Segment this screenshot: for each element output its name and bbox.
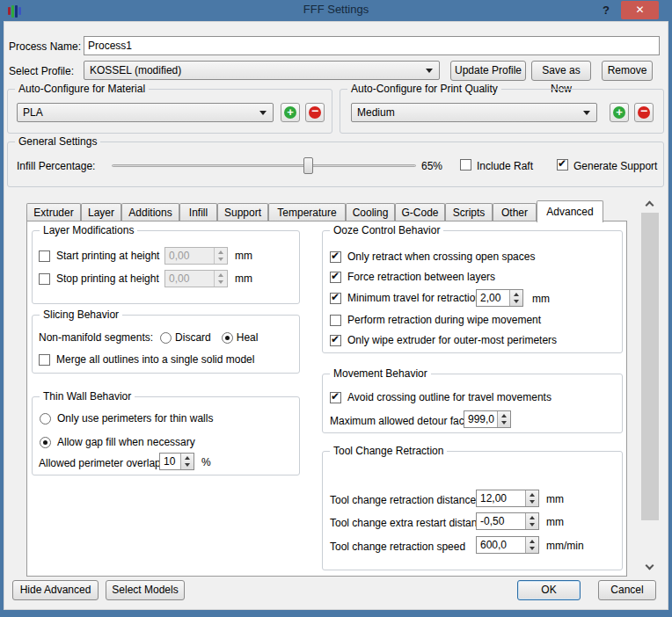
chevron-down-icon	[583, 111, 590, 115]
chevron-down-icon	[426, 69, 433, 73]
tab-gcode[interactable]: G-Code	[395, 203, 445, 221]
spinner-up-icon[interactable]	[218, 250, 223, 254]
spinner-down-icon[interactable]	[218, 258, 223, 261]
stop-printing-checkbox[interactable]	[39, 273, 50, 285]
include-raft-checkbox[interactable]	[460, 159, 471, 171]
only-retract-checkbox[interactable]	[330, 251, 341, 263]
save-as-new-button[interactable]: Save as New	[531, 61, 591, 81]
spinner-down-icon[interactable]	[185, 463, 190, 467]
spinner-up-icon[interactable]	[218, 273, 223, 277]
scroll-down-icon[interactable]	[646, 562, 654, 570]
detour-factor-spinner[interactable]: 999,0	[464, 410, 511, 428]
infill-slider-track[interactable]	[112, 164, 416, 167]
gap-fill-label: Allow gap fill when necessary	[57, 436, 195, 448]
unit-label: mm/min	[546, 540, 584, 552]
heal-label: Heal	[237, 331, 259, 344]
spinner-down-icon[interactable]	[530, 547, 535, 550]
spinner-up-icon[interactable]	[185, 456, 190, 460]
minimum-travel-spinner[interactable]: 2,00	[476, 289, 523, 307]
movement-behavior-title: Movement Behavior	[330, 367, 431, 380]
wipe-retraction-checkbox[interactable]	[330, 315, 341, 326]
auto-quality-group: Auto-Configure for Print Quality Medium …	[340, 89, 664, 134]
spinner-buttons[interactable]	[214, 248, 227, 264]
remove-material-button[interactable]: −	[305, 103, 325, 122]
process-name-input[interactable]: Process1	[84, 36, 660, 55]
spinner-down-icon[interactable]	[218, 280, 223, 284]
tab-support[interactable]: Support	[217, 203, 268, 221]
tab-infill[interactable]: Infill	[179, 203, 217, 221]
spinner-buttons[interactable]	[509, 290, 522, 306]
minimum-travel-checkbox[interactable]	[330, 293, 341, 304]
start-printing-checkbox[interactable]	[39, 250, 50, 262]
minus-icon: −	[638, 106, 650, 119]
generate-support-checkbox[interactable]	[557, 159, 568, 171]
hide-advanced-button[interactable]: Hide Advanced	[12, 580, 99, 600]
stop-height-spinner[interactable]: 0,00	[164, 270, 228, 287]
quality-select[interactable]: Medium	[351, 103, 597, 122]
tab-other[interactable]: Other	[493, 203, 537, 221]
spinner-up-icon[interactable]	[530, 516, 535, 519]
start-height-spinner[interactable]: 0,00	[164, 247, 228, 265]
tc-restart-spinner[interactable]: -0,50	[476, 512, 539, 530]
tab-cooling[interactable]: Cooling	[346, 203, 395, 221]
tab-advanced[interactable]: Advanced	[537, 200, 603, 222]
spinner-up-icon[interactable]	[530, 540, 535, 543]
spinner-down-icon[interactable]	[514, 300, 519, 303]
cancel-button[interactable]: Cancel	[598, 580, 656, 600]
update-profile-button[interactable]: Update Profile	[450, 61, 526, 81]
start-printing-label: Start printing at height	[56, 250, 159, 262]
plus-icon: +	[613, 106, 625, 119]
unit-label: mm	[235, 272, 252, 285]
merge-outlines-checkbox[interactable]	[39, 354, 50, 366]
wipe-outer-checkbox[interactable]	[330, 335, 341, 346]
remove-quality-button[interactable]: −	[634, 103, 654, 122]
spinner-buttons[interactable]	[525, 537, 538, 553]
spinner-up-icon[interactable]	[530, 493, 535, 497]
select-models-button[interactable]: Select Models	[106, 580, 185, 600]
perimeter-overlap-spinner[interactable]: 10	[159, 453, 194, 470]
detour-factor-label: Maximum allowed detour factor	[330, 415, 477, 427]
close-button[interactable]: ✕	[621, 1, 659, 19]
force-retraction-label: Force retraction between layers	[347, 271, 495, 283]
force-retraction-checkbox[interactable]	[330, 272, 341, 283]
spinner-buttons[interactable]	[214, 271, 227, 287]
remove-button[interactable]: Remove	[602, 61, 653, 81]
general-settings-group: General Settings Infill Percentage: 65% …	[7, 142, 664, 187]
spinner-buttons[interactable]	[525, 513, 538, 529]
spinner-down-icon[interactable]	[530, 500, 535, 504]
infill-slider-handle[interactable]	[303, 157, 313, 174]
spinner-up-icon[interactable]	[514, 293, 519, 296]
spinner-down-icon[interactable]	[501, 421, 507, 425]
material-select[interactable]: PLA	[17, 103, 274, 122]
thin-wall-title: Thin Wall Behavior	[40, 390, 135, 403]
gap-fill-radio[interactable]	[40, 437, 51, 448]
heal-radio[interactable]	[222, 332, 233, 344]
tab-layer[interactable]: Layer	[81, 203, 121, 221]
add-material-button[interactable]: +	[281, 103, 300, 122]
unit-label: %	[201, 456, 211, 468]
perimeters-only-radio[interactable]	[40, 413, 51, 425]
scrollbar[interactable]	[640, 199, 660, 576]
tc-speed-spinner[interactable]: 600,0	[476, 536, 539, 554]
tab-additions[interactable]: Additions	[121, 203, 179, 221]
slicing-behavior-title: Slicing Behavior	[40, 308, 122, 321]
spinner-down-icon[interactable]	[530, 523, 535, 526]
tab-temperature[interactable]: Temperature	[268, 203, 346, 221]
avoid-crossing-checkbox[interactable]	[330, 392, 341, 403]
tab-scripts[interactable]: Scripts	[445, 203, 493, 221]
help-button[interactable]: ?	[598, 3, 614, 18]
close-icon: ✕	[635, 4, 644, 16]
scrollbar-thumb[interactable]	[641, 213, 659, 520]
spinner-buttons[interactable]	[525, 490, 538, 506]
tab-extruder[interactable]: Extruder	[26, 203, 81, 221]
ok-button[interactable]: OK	[517, 580, 581, 600]
add-quality-button[interactable]: +	[610, 103, 629, 122]
slicing-behavior-group: Slicing Behavior Non-manifold segments: …	[32, 315, 300, 374]
spinner-buttons[interactable]	[497, 411, 510, 427]
tc-distance-spinner[interactable]: 12,00	[476, 490, 539, 507]
scroll-up-icon[interactable]	[646, 201, 654, 210]
spinner-buttons[interactable]	[180, 454, 194, 469]
spinner-up-icon[interactable]	[501, 414, 507, 417]
profile-select[interactable]: KOSSEL (modified)	[84, 61, 440, 80]
discard-radio[interactable]	[160, 332, 172, 344]
